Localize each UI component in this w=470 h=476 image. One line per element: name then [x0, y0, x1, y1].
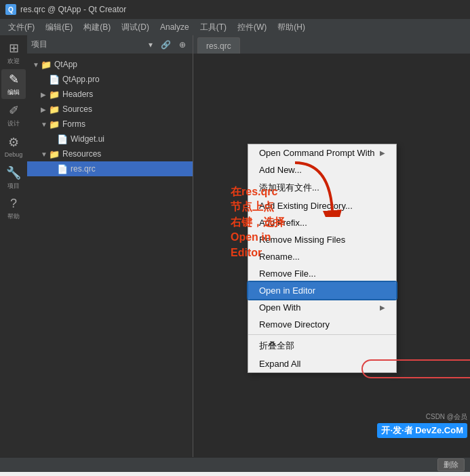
- sources-icon: 📁: [49, 104, 60, 115]
- ctx-separator: [248, 334, 396, 335]
- title-bar: Q res.qrc @ QtApp - Qt Creator: [0, 0, 470, 19]
- ctx-add-new[interactable]: Add New...: [248, 161, 396, 178]
- project-label: 项目: [7, 182, 20, 191]
- menu-file[interactable]: 文件(F): [3, 20, 40, 35]
- resources-icon: 📁: [49, 149, 60, 159]
- tree-item-forms[interactable]: ▼ 📁 Forms: [27, 117, 193, 132]
- design-label: 设计: [7, 119, 20, 128]
- ctx-add-prefix[interactable]: Add Prefix...: [248, 214, 396, 231]
- title-text: res.qrc @ QtApp - Qt Creator: [20, 5, 126, 14]
- edit-label: 编辑: [7, 88, 20, 97]
- sidebar-item-project[interactable]: 🔧 项目: [1, 163, 26, 193]
- resources-label: Resources: [62, 149, 101, 159]
- ctx-collapse-all[interactable]: 折叠全部: [248, 336, 396, 355]
- content-area: res.qrc Open Command Prompt With ▶ Add N…: [193, 35, 470, 457]
- menu-help[interactable]: 帮助(H): [272, 20, 311, 35]
- welcome-label: 欢迎: [7, 57, 20, 66]
- menu-widget[interactable]: 控件(W): [232, 20, 272, 35]
- ctx-open-cmd-arrow: ▶: [380, 149, 385, 157]
- headers-arrow: ▶: [41, 91, 49, 98]
- panel-filter-btn[interactable]: ▾: [146, 39, 155, 50]
- ctx-open-with-arrow: ▶: [380, 304, 385, 311]
- resources-arrow: ▼: [41, 151, 49, 158]
- context-menu: Open Command Prompt With ▶ Add New... 添加…: [248, 144, 397, 373]
- sidebar-item-welcome[interactable]: ⊞ 欢迎: [1, 38, 26, 68]
- tree-item-headers[interactable]: ▶ 📁 Headers: [27, 87, 193, 102]
- ctx-add-existing-dir[interactable]: Add Existing Directory...: [248, 197, 396, 214]
- project-panel: 项目 ▾ 🔗 ⊕ ▼ 📁 QtApp 📄 QtApp.pro: [27, 35, 193, 457]
- tree-area: ▼ 📁 QtApp 📄 QtApp.pro ▶ 📁 Headers: [27, 54, 193, 457]
- qtapp-icon: 📁: [41, 60, 52, 70]
- forms-icon: 📁: [49, 119, 60, 130]
- ctx-open-cmd[interactable]: Open Command Prompt With ▶: [248, 144, 396, 161]
- delete-button[interactable]: 删除: [437, 458, 465, 471]
- sidebar-icons: ⊞ 欢迎 ✎ 编辑 ✐ 设计 ⚙ Debug 🔧 项目 ? 帮助: [0, 35, 27, 457]
- bottom-bar: 删除: [0, 457, 470, 472]
- watermark-devze: 开·发·者 DevZe.CoM: [377, 423, 467, 438]
- panel-title: 项目: [31, 39, 47, 50]
- menu-tools[interactable]: 工具(T): [195, 20, 232, 35]
- menu-bar: 文件(F) 编辑(E) 构建(B) 调试(D) Analyze 工具(T) 控件…: [0, 19, 470, 35]
- tree-item-qtapppro[interactable]: 📄 QtApp.pro: [27, 72, 193, 87]
- panel-link-btn[interactable]: 🔗: [158, 39, 174, 50]
- tree-item-resources[interactable]: ▼ 📁 Resources: [27, 146, 193, 161]
- forms-label: Forms: [62, 119, 85, 129]
- sidebar-item-design[interactable]: ✐ 设计: [1, 100, 26, 130]
- edit-icon: ✎: [9, 72, 19, 87]
- resqrc-icon: 📄: [57, 164, 68, 174]
- ctx-remove-dir[interactable]: Remove Directory: [248, 316, 396, 333]
- sidebar-item-debug[interactable]: ⚙ Debug: [1, 132, 26, 161]
- sources-arrow: ▶: [41, 106, 49, 113]
- tab-bar: res.qrc: [193, 35, 470, 54]
- qtapp-arrow: ▼: [33, 61, 41, 68]
- widgetui-label: Widget.ui: [71, 134, 104, 144]
- watermark: CSDN @会员 开·发·者 DevZe.CoM: [377, 412, 467, 438]
- tab-resqrc[interactable]: res.qrc: [197, 37, 240, 54]
- sidebar-item-help[interactable]: ? 帮助: [1, 194, 26, 224]
- ctx-add-existing[interactable]: 添加现有文件...: [248, 178, 396, 197]
- panel-toolbar: 项目 ▾ 🔗 ⊕: [27, 35, 193, 54]
- menu-analyze[interactable]: Analyze: [155, 21, 195, 33]
- debug-icon: ⚙: [8, 135, 19, 150]
- ctx-remove-missing[interactable]: Remove Missing Files: [248, 231, 396, 248]
- sidebar-item-edit[interactable]: ✎ 编辑: [1, 69, 26, 99]
- forms-arrow: ▼: [41, 121, 49, 128]
- resqrc-arrow: [49, 165, 57, 173]
- main-area: ⊞ 欢迎 ✎ 编辑 ✐ 设计 ⚙ Debug 🔧 项目 ? 帮助 项目 ▾: [0, 35, 470, 457]
- tree-item-resqrc[interactable]: 📄 res.qrc: [27, 161, 193, 176]
- tab-resqrc-label: res.qrc: [206, 41, 231, 51]
- qtapppro-label: QtApp.pro: [62, 75, 100, 84]
- watermark-csdn: CSDN @会员: [426, 412, 467, 422]
- tree-item-qtapp[interactable]: ▼ 📁 QtApp: [27, 57, 193, 72]
- menu-build[interactable]: 构建(B): [78, 20, 116, 35]
- ctx-open-with[interactable]: Open With ▶: [248, 299, 396, 316]
- headers-label: Headers: [62, 90, 93, 99]
- qtapppro-arrow: [41, 76, 49, 83]
- resqrc-label: res.qrc: [71, 164, 96, 174]
- design-icon: ✐: [9, 103, 19, 118]
- ctx-expand-all[interactable]: Expand All: [248, 355, 396, 372]
- tree-item-sources[interactable]: ▶ 📁 Sources: [27, 102, 193, 117]
- menu-edit[interactable]: 编辑(E): [40, 20, 78, 35]
- panel-expand-btn[interactable]: ⊕: [176, 39, 189, 50]
- ctx-rename[interactable]: Rename...: [248, 248, 396, 265]
- ctx-remove-file[interactable]: Remove File...: [248, 265, 396, 282]
- menu-debug[interactable]: 调试(D): [116, 20, 155, 35]
- debug-label: Debug: [5, 151, 23, 158]
- tree-item-widgetui[interactable]: 📄 Widget.ui: [27, 132, 193, 146]
- headers-icon: 📁: [49, 90, 60, 100]
- help-label: 帮助: [7, 212, 20, 221]
- sources-label: Sources: [62, 104, 92, 114]
- app-icon: Q: [5, 4, 16, 15]
- ctx-open-in-editor[interactable]: Open in Editor: [248, 282, 396, 299]
- help-icon: ?: [10, 197, 17, 211]
- welcome-icon: ⊞: [9, 41, 19, 56]
- project-icon: 🔧: [6, 165, 21, 180]
- widgetui-icon: 📄: [57, 134, 68, 144]
- qtapppro-icon: 📄: [49, 75, 60, 85]
- qtapp-label: QtApp: [54, 60, 77, 69]
- widgetui-arrow: [49, 136, 57, 143]
